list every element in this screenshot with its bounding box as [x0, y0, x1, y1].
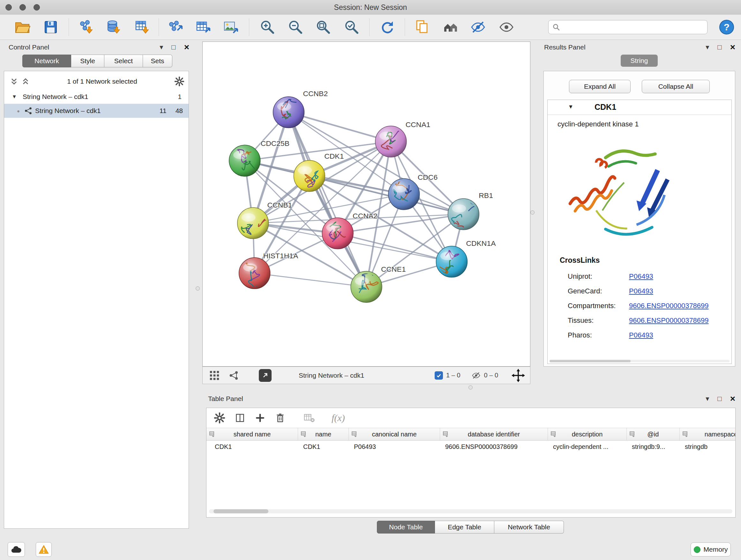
tree-expand-icon[interactable]: ▼ [12, 94, 20, 100]
bottom-splitter-handle[interactable] [468, 385, 473, 389]
crosslink-value-link[interactable]: P06493 [629, 272, 731, 281]
zoom-fit-button[interactable] [315, 19, 332, 36]
column-header-database-identifier[interactable]: database identifier [440, 428, 548, 440]
results-horizontal-scrollbar[interactable] [549, 360, 730, 362]
expand-all-button[interactable]: Expand All [569, 80, 630, 93]
tab-network[interactable]: Network [22, 55, 71, 67]
control-panel-maximize-icon[interactable]: □ [172, 44, 176, 51]
column-type-icon [682, 431, 689, 437]
network-view[interactable]: CCNB2CCNA1CDC25BCDK1CDC6RB1CCNB1CCNA2CDK… [202, 42, 530, 367]
crosslink-value-link[interactable]: P06493 [629, 331, 731, 339]
table-panel-close-icon[interactable]: × [730, 394, 735, 403]
network-node-CCNA1[interactable] [375, 125, 407, 157]
left-splitter-handle[interactable] [196, 287, 200, 291]
collapse-all-networks-icon[interactable] [10, 77, 18, 86]
network-edge[interactable] [288, 112, 366, 287]
search-field[interactable] [548, 20, 708, 34]
tab-string[interactable]: String [621, 55, 658, 67]
network-node-CDKN1A[interactable] [436, 246, 468, 277]
add-column-icon[interactable] [255, 413, 265, 423]
home-button[interactable] [442, 19, 459, 36]
import-network-database-button[interactable] [105, 19, 122, 36]
column-header-name[interactable]: name [298, 428, 349, 440]
node-label-CDC6: CDC6 [418, 173, 437, 181]
hidden-eye-slash-icon[interactable] [471, 371, 481, 380]
import-network-file-button[interactable] [78, 19, 95, 36]
network-edge[interactable] [255, 273, 366, 287]
results-panel-maximize-icon[interactable]: □ [718, 44, 722, 51]
results-panel-float-icon[interactable]: ▾ [705, 44, 709, 51]
network-node-CDK1[interactable] [293, 160, 325, 192]
new-table-button[interactable] [195, 19, 212, 36]
column-header-description[interactable]: description [548, 428, 627, 440]
cloud-status-button[interactable] [8, 542, 25, 557]
zoom-selected-button[interactable] [343, 19, 360, 36]
delete-column-icon[interactable] [275, 413, 286, 423]
network-canvas[interactable]: CCNB2CCNA1CDC25BCDK1CDC6RB1CCNB1CCNA2CDK… [203, 42, 530, 366]
crosslink-value-link[interactable]: P06493 [629, 287, 731, 295]
tab-edge-table[interactable]: Edge Table [435, 521, 494, 534]
network-collection-row[interactable]: ▼ String Network – cdk1 1 [4, 90, 189, 104]
selected-counts: 1 – 0 [446, 372, 460, 379]
network-node-HIST1H1A[interactable] [239, 256, 270, 293]
crosslink-value-link[interactable]: 9606.ENSP00000378699 [629, 316, 731, 325]
show-all-button[interactable] [498, 19, 515, 36]
new-network-button[interactable] [167, 19, 184, 36]
refresh-button[interactable] [379, 19, 395, 36]
network-node-CCNB2[interactable] [273, 97, 305, 128]
network-node-RB1[interactable] [448, 198, 479, 231]
zoom-in-button[interactable] [259, 19, 276, 36]
collapse-all-button[interactable]: Collapse All [642, 80, 710, 93]
tab-node-table[interactable]: Node Table [377, 521, 435, 534]
function-builder-icon[interactable]: f(x) [332, 413, 345, 423]
network-edge[interactable] [288, 112, 391, 142]
delete-table-icon[interactable] [304, 413, 315, 423]
network-node-CDC6[interactable] [388, 177, 420, 210]
network-overview-icon[interactable] [229, 370, 239, 381]
show-columns-icon[interactable] [234, 413, 246, 423]
control-panel-float-icon[interactable]: ▾ [159, 44, 163, 51]
results-panel-close-icon[interactable]: × [730, 43, 735, 52]
detach-view-button[interactable] [259, 369, 272, 382]
table-options-gear-icon[interactable] [214, 413, 225, 423]
selected-checkbox-icon[interactable] [434, 371, 443, 380]
network-node-CCNE1[interactable] [351, 263, 382, 302]
table-panel-float-icon[interactable]: ▾ [705, 395, 709, 402]
crosslink-value-link[interactable]: 9606.ENSP00000378699 [629, 302, 731, 310]
import-table-file-button[interactable] [134, 19, 151, 36]
control-panel-close-icon[interactable]: × [184, 43, 189, 52]
network-node-CDC25B[interactable] [229, 145, 260, 176]
tree-options-gear-icon[interactable] [175, 77, 184, 86]
right-splitter-handle[interactable] [530, 210, 535, 214]
collection-network-count: 1 [178, 93, 189, 101]
table-horizontal-scrollbar[interactable] [209, 509, 732, 513]
search-input[interactable] [562, 23, 703, 31]
memory-button[interactable]: Memory [690, 543, 731, 557]
open-session-button[interactable] [14, 19, 30, 36]
section-collapse-icon[interactable]: ▼ [568, 104, 574, 110]
help-button[interactable]: ? [718, 19, 735, 36]
new-table-icon [195, 19, 212, 36]
network-node-CCNA2[interactable] [322, 218, 353, 249]
column-header--id[interactable]: @id [627, 428, 680, 440]
tab-network-table[interactable]: Network Table [494, 521, 564, 534]
table-panel-maximize-icon[interactable]: □ [718, 395, 722, 402]
table-row[interactable]: CDK1CDK1P064939606.ENSP00000378699cyclin… [206, 441, 735, 453]
export-image-button[interactable] [223, 19, 239, 36]
copy-document-button[interactable] [414, 19, 430, 36]
tab-sets[interactable]: Sets [143, 55, 172, 67]
hide-selected-button[interactable] [470, 19, 486, 36]
column-header-canonical-name[interactable]: canonical name [349, 428, 440, 440]
tab-style[interactable]: Style [71, 55, 105, 67]
column-type-icon [209, 431, 215, 437]
network-row[interactable]: ● String Network – cdk1 11 48 [4, 104, 189, 118]
save-session-button[interactable] [43, 19, 59, 36]
grid-view-icon[interactable] [210, 371, 219, 380]
zoom-out-button[interactable] [287, 19, 304, 36]
warnings-button[interactable] [36, 542, 52, 557]
column-header-namespace[interactable]: namespace [680, 428, 736, 440]
pan-crosshair-icon[interactable] [512, 369, 525, 382]
tab-select[interactable]: Select [105, 55, 143, 67]
column-header-shared-name[interactable]: shared name [206, 428, 298, 440]
expand-all-networks-icon[interactable] [21, 77, 30, 86]
